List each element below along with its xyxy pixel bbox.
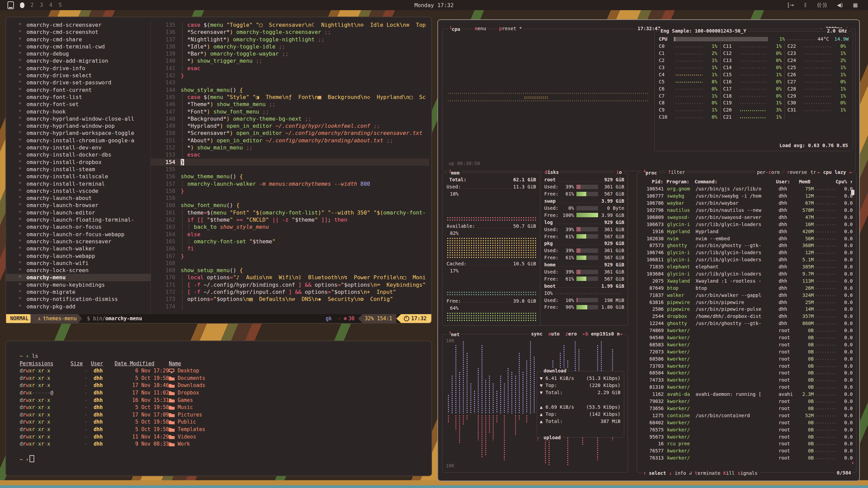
code-line[interactable]: 159 <box>151 195 429 202</box>
process-row[interactable]: 81310kworker/root0B0.0 <box>637 384 856 391</box>
code-line[interactable]: 164│ else <box>151 231 429 238</box>
code-line[interactable]: 143 <box>151 79 429 86</box>
per-core-toggle[interactable]: per-core <box>755 169 782 175</box>
file-item[interactable]: *omarchy-install-chromium-google-a <box>6 137 151 144</box>
code-line[interactable]: 153│ esac <box>151 151 429 158</box>
process-row[interactable]: 2075XwaylandXwayland :1 -rootless -dhh11… <box>637 277 856 284</box>
file-item[interactable]: *omarchy-drive-info <box>6 65 151 72</box>
process-row[interactable]: 68583kworker/root0B0.0 <box>637 341 856 348</box>
code-line[interactable]: 161│ theme=$(menu "Font" "$(omarchy-font… <box>151 209 429 216</box>
process-row[interactable]: 63816pipewire/usr/bin/pipewiredhh25M0.0 <box>637 299 856 306</box>
code-line[interactable]: 135│ case $(menu "Toggle" "▢ Screensaver… <box>151 21 429 28</box>
file-item[interactable]: *omarchy-debug <box>6 50 151 57</box>
reverse-toggle[interactable]: reverse <box>785 169 809 175</box>
process-row[interactable]: 106811glycin-i/usr/lib/glycin-loadersdhh… <box>637 256 856 263</box>
preset-button[interactable]: preset * <box>497 26 524 31</box>
code-line[interactable]: 152│ *) show_main_menu ;; <box>151 144 429 151</box>
code-line[interactable]: 139│ *Bar*) omarchy-toggle-waybar ;; <box>151 50 429 57</box>
file-item[interactable]: *omarchy-dev-add-migration <box>6 57 151 64</box>
file-item[interactable]: *omarchy-launch-editor <box>6 209 151 216</box>
process-row[interactable]: 71837walker/usr/bin/walker --gappldhh324… <box>637 291 856 299</box>
process-row[interactable]: 2544dropbox/home/dhh/.dropbox-distdhh357… <box>637 313 856 320</box>
code-line[interactable]: 142} <box>151 72 429 79</box>
file-item[interactable]: *omarchy-hook <box>6 108 151 115</box>
tab-io[interactable]: io <box>614 169 624 175</box>
code-line[interactable]: 163│ │ back_to show_style_menu <box>151 223 429 230</box>
file-item[interactable]: *omarchy-cmd-screensaver <box>6 21 151 28</box>
file-item[interactable]: *omarchy-drive-set-password <box>6 79 151 86</box>
process-row[interactable]: 68586kworker/root0B0.0 <box>637 355 856 362</box>
process-row[interactable]: 71835elephantelephantdhh385M0.0 <box>637 263 856 270</box>
process-row[interactable]: 76575kworker/root0B0.0 <box>637 426 856 433</box>
process-row[interactable]: 95673kworker/root0B0.0 <box>637 433 856 440</box>
process-row[interactable]: 1916HyprlandHyprlanddhh420M0.0 <box>637 228 856 235</box>
file-item[interactable]: *omarchy-font-current <box>6 86 151 94</box>
file-item[interactable]: *omarchy-cmd-terminal-cwd <box>6 43 151 50</box>
code-line[interactable]: 168 <box>151 260 429 267</box>
process-footer[interactable]: ↑ select ↓ info ↲ terminate Kill signals <box>642 470 759 476</box>
menu-button[interactable]: menu <box>473 26 488 31</box>
file-item[interactable]: *omarchy-install-docker-dbs <box>6 151 151 158</box>
code-line[interactable]: 149│ *Hyprland*) open_in_editor ~/.confi… <box>151 122 429 129</box>
file-item[interactable]: *omarchy-install-terminal <box>6 180 151 187</box>
tab-cpu[interactable]: 1cpu <box>448 26 462 32</box>
process-row[interactable]: 102638nvimnvim --embeddhh56M0.0 <box>637 235 856 242</box>
clock[interactable]: Monday 17:32 <box>414 2 454 8</box>
code-line[interactable]: 157│ omarchy-launch-walker -m menus:omar… <box>151 180 429 187</box>
process-row[interactable]: 2586pipewire/usr/bin/pipewire-pulsedhh14… <box>637 306 856 313</box>
file-item[interactable]: *omarchy-install-dev-env <box>6 144 151 151</box>
file-item[interactable]: *omarchy-launch-wifi <box>6 260 151 267</box>
workspace-5[interactable]: 5 <box>59 2 62 8</box>
file-item[interactable]: *omarchy-launch-browser <box>6 202 151 209</box>
process-row[interactable]: 16rcu_preeroot0B0.0 <box>637 440 856 447</box>
tab-disks[interactable]: disks <box>543 169 560 175</box>
tab-net[interactable]: 3net <box>447 331 461 337</box>
file-item[interactable]: *omarchy-font-set <box>6 101 151 108</box>
code-line[interactable]: 146│ *Theme*) show_theme_menu ;; <box>151 101 429 108</box>
process-row[interactable]: 106673glycin-i/usr/lib/glycin-loadersdhh… <box>637 221 856 228</box>
code-editor[interactable]: 135│ case $(menu "Toggle" "▢ Screensaver… <box>151 21 429 314</box>
file-item[interactable]: *omarchy-install-steam <box>6 166 151 173</box>
file-item[interactable]: *omarchy-lock-screen <box>6 267 151 274</box>
code-line[interactable]: 155 <box>151 166 429 173</box>
process-row[interactable]: 12244ghostty/usr/bin/ghostty --gtk-dhh86… <box>637 320 856 327</box>
file-item[interactable]: *omarchy-launch-webapp <box>6 252 151 260</box>
filter-button[interactable]: filter <box>666 169 687 175</box>
process-row[interactable]: 106777swaybg/usr/bin/swaybg -i /homdhh12… <box>637 192 856 200</box>
file-item[interactable]: *omarchy-pkg-add <box>6 303 151 310</box>
code-line[interactable]: 162│ if [[ "$theme" == "CNCLD" || -z "$t… <box>151 216 429 223</box>
code-line[interactable]: 138│ *Idle*) omarchy-toggle-idle ;; <box>151 43 429 50</box>
process-row[interactable]: 1162avahi-daavahi-daemon: running [avahi… <box>637 391 856 398</box>
file-item[interactable]: *omarchy-cmd-screenshot <box>6 28 151 36</box>
file-item[interactable]: *omarchy-notification-dismiss <box>6 296 151 303</box>
process-row[interactable]: 106786waybar/usr/bin/waybardhh67M0.0 <box>637 200 856 207</box>
process-row[interactable]: 103684glycin-i/usr/lib/glycin-loadersdhh… <box>637 270 856 278</box>
sort-selector[interactable]: ← cpu lazy → <box>816 169 853 175</box>
file-item[interactable]: *omarchy-launch-about <box>6 195 151 202</box>
code-line[interactable]: 144show_style_menu() { <box>151 86 429 94</box>
net-options[interactable]: sync auto zero ←b enp191s0 n→ <box>529 331 624 337</box>
file-item[interactable]: *omarchy-menu-keybindings <box>6 281 151 288</box>
process-row[interactable]: 102796nautilus/usr/bin/nautilus --newdhh… <box>637 207 856 214</box>
process-row[interactable]: 74869kworker/root0B0.0 <box>637 327 856 334</box>
code-line[interactable]: 174│ <box>151 303 429 310</box>
code-line[interactable]: 172│ [ -f ~/.config/hypr/input.conf ] &&… <box>151 288 429 296</box>
file-item[interactable]: *omarchy-install-tailscale <box>6 173 151 180</box>
file-item[interactable]: *omarchy-launch-or-focus <box>6 223 151 230</box>
code-line[interactable]: 160show_font_menu() { <box>151 202 429 209</box>
code-line[interactable]: 141│ esac <box>151 65 429 72</box>
code-line[interactable]: 169show_setup_menu() { <box>151 267 429 274</box>
bluetooth-icon[interactable]: ᛒ <box>804 2 807 8</box>
scrollbar-thumb[interactable] <box>851 190 854 195</box>
process-row[interactable]: 76577kworker/root0B0.0 <box>637 447 856 454</box>
code-line[interactable]: 145│ case $(menu "Style" "◑ Theme\nƒ Fon… <box>151 94 429 101</box>
code-line[interactable]: 166│ fi <box>151 245 429 252</box>
process-row[interactable]: 79032kworker/root0B0.0 <box>637 398 856 405</box>
code-line[interactable]: 137│ *Nightlight*) omarchy-toggle-nightl… <box>151 36 429 43</box>
process-row[interactable]: 68402kworker/root0B0.0 <box>637 419 856 426</box>
file-item[interactable]: *omarchy-launch-floating-terminal- <box>6 216 151 223</box>
process-row[interactable]: 1275containe/usr/bin/containerdroot52M0.… <box>637 412 856 419</box>
file-item[interactable]: *omarchy-install-dropbox <box>6 159 151 166</box>
process-row[interactable]: 94540kworker/root0B0.0 <box>637 334 856 341</box>
file-item[interactable]: *omarchy-install-vscode <box>6 187 151 195</box>
